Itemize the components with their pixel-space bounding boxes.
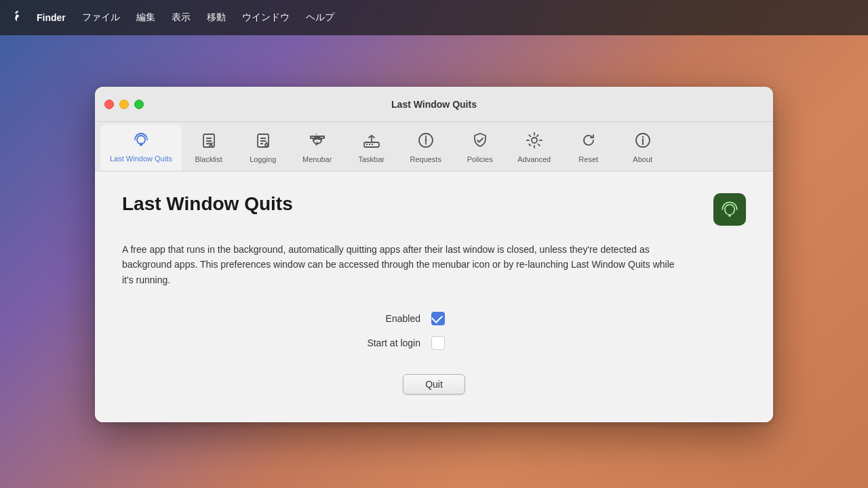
content-title: Last Window Quits [122,193,293,215]
app-window: Last Window Quits Last Window Quits [95,87,773,422]
blacklist-icon [199,131,218,152]
tab-last-window-quits-label: Last Window Quits [110,155,172,163]
tab-about[interactable]: About [616,125,670,171]
tab-advanced[interactable]: Advanced [507,125,561,171]
requests-icon [416,131,435,152]
menubar-go[interactable]: 移動 [200,9,233,26]
menubar-view[interactable]: 表示 [165,9,197,26]
enabled-checkbox[interactable] [431,312,445,325]
menubar-help[interactable]: ヘルプ [299,9,341,26]
menubar-window[interactable]: ウインドウ [235,9,296,26]
svg-point-0 [140,144,142,146]
content-description: A free app that runs in the background, … [122,242,678,287]
toolbar: Last Window Quits Blacklist [95,122,773,171]
menubar-edit[interactable]: 編集 [130,9,162,26]
settings-area: Enabled Start at login [122,312,746,350]
close-button[interactable] [104,100,114,109]
menubar-tab-icon [308,131,327,152]
traffic-lights [104,100,144,109]
about-icon [633,131,652,152]
titlebar: Last Window Quits [95,87,773,122]
svg-point-26 [728,215,731,218]
tab-advanced-label: Advanced [517,155,551,163]
tab-taskbar-label: Taskbar [358,155,384,163]
last-window-quits-icon [132,130,151,152]
tab-about-label: About [633,155,652,163]
menubar: Finder ファイル 編集 表示 移動 ウインドウ ヘルプ [0,0,868,35]
logging-icon [254,131,273,152]
quit-button[interactable]: Quit [403,374,465,394]
tab-reset[interactable]: Reset [561,125,616,171]
start-at-login-label: Start at login [353,338,420,348]
tab-blacklist[interactable]: Blacklist [182,125,236,171]
tab-taskbar[interactable]: Taskbar [344,125,399,171]
reset-icon [579,131,598,152]
tab-logging[interactable]: Logging [236,125,290,171]
tab-blacklist-label: Blacklist [195,155,222,163]
svg-point-25 [642,136,644,138]
window-title: Last Window Quits [391,99,477,110]
tab-menubar[interactable]: Menubar [290,125,344,171]
advanced-icon [525,131,544,152]
enabled-label: Enabled [353,313,420,324]
svg-point-22 [425,140,427,142]
tab-last-window-quits[interactable]: Last Window Quits [100,125,182,171]
tab-policies[interactable]: Policies [453,125,507,171]
button-area: Quit [122,374,746,394]
content-area: Last Window Quits A free app that runs i… [95,171,773,422]
tab-logging-label: Logging [250,155,276,163]
apple-menu[interactable] [11,11,22,25]
policies-icon [471,131,490,152]
taskbar-icon [362,131,381,152]
maximize-button[interactable] [134,100,144,109]
start-at-login-checkbox[interactable] [431,336,445,350]
tab-reset-label: Reset [578,155,598,163]
menubar-file[interactable]: ファイル [75,9,127,26]
start-at-login-row: Start at login [353,336,515,350]
tab-requests-label: Requests [410,155,441,163]
app-icon [713,193,746,226]
enabled-row: Enabled [353,312,515,325]
tab-policies-label: Policies [467,155,493,163]
minimize-button[interactable] [119,100,129,109]
menubar-finder[interactable]: Finder [30,9,73,26]
svg-point-23 [532,138,537,143]
content-header: Last Window Quits [122,193,746,226]
tab-requests[interactable]: Requests [399,125,453,171]
tab-menubar-label: Menubar [302,155,332,163]
